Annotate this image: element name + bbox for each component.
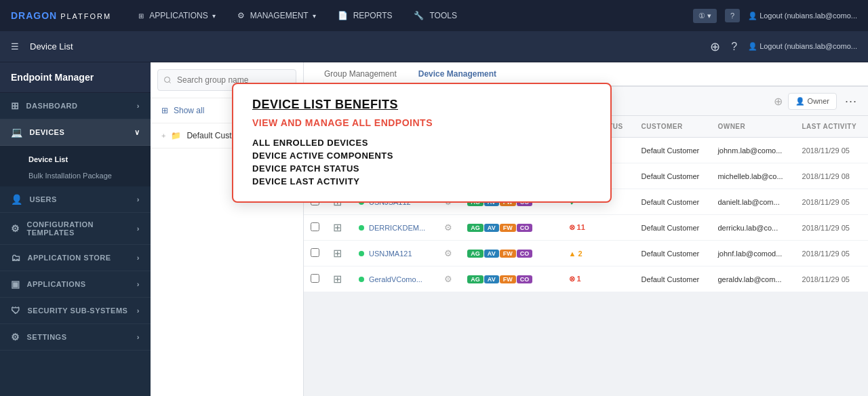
row-checkbox[interactable]: [311, 274, 319, 283]
chevron-right-icon-settings: ›: [137, 333, 140, 341]
secondary-help-icon[interactable]: ?: [731, 41, 737, 53]
status-dot: [359, 225, 364, 231]
nav-management[interactable]: ⚙ MANAGEMENT ▾: [229, 5, 324, 26]
help-icon[interactable]: ?: [725, 9, 740, 22]
add-icon[interactable]: ⊕: [710, 39, 720, 54]
menu-icon[interactable]: ☰: [11, 41, 19, 52]
nav-tools[interactable]: 🔧 TOOLS: [406, 5, 465, 26]
app-logo: DRAGON PLATFORM: [11, 10, 111, 21]
benefit-title: DEVICE LIST BENEFITS: [252, 98, 591, 112]
security-icon: 🛡: [11, 305, 21, 316]
nav-applications[interactable]: ⊞ APPLICATIONS ▾: [130, 5, 223, 26]
sidebar-item-devices[interactable]: 💻 DEVICES ∨: [0, 119, 151, 146]
benefit-list-item: DEVICE ACTIVE COMPONENTS: [252, 149, 591, 162]
badge-av: AV: [484, 275, 499, 283]
row-customer: Default Customer: [635, 215, 711, 241]
row-patch-status: ▲ 2: [562, 241, 635, 266]
sidebar-item-appstore[interactable]: 🗂 APPLICATION STORE ›: [0, 245, 151, 271]
table-row: ⊞ DERRICKDEM... ⚙ AGAVFWCO ⊗ 11 Default …: [304, 215, 868, 241]
more-button[interactable]: ···: [842, 94, 860, 108]
row-checkbox[interactable]: [311, 248, 319, 257]
row-owner: derricku.lab@co...: [711, 215, 795, 241]
show-all-icon: ⊞: [161, 106, 168, 115]
secondary-logout[interactable]: 👤 Logout (nubians.lab@como...: [748, 42, 857, 51]
row-patch-status: ⊗ 1: [562, 266, 635, 292]
sidebar-item-security[interactable]: 🛡 SECURITY SUB-SYSTEMS ›: [0, 298, 151, 324]
notification-bell[interactable]: ① ▾: [693, 9, 717, 23]
sidebar-item-settings[interactable]: ⚙ SETTINGS ›: [0, 324, 151, 351]
chevron-right-icon-config: ›: [137, 224, 140, 233]
nav-right-area: ① ▾ ? 👤 Logout (nubians.lab@como...: [693, 9, 857, 23]
sidebar: Endpoint Manager ⊞ DASHBOARD › 💻 DEVICES…: [0, 62, 151, 396]
appstore-icon: 🗂: [11, 252, 21, 263]
row-customer: Default Customer: [635, 266, 711, 292]
row-patch-status: ⊗ 11: [562, 215, 635, 241]
device-name-link[interactable]: GeraldVComo...: [369, 275, 422, 283]
benefit-list-item: DEVICE LAST ACTIVITY: [252, 175, 591, 188]
sidebar-sub-device-list[interactable]: Device List: [28, 151, 151, 167]
row-last-activity: 2018/11/29 05: [795, 189, 868, 215]
applications-icon: ▣: [11, 279, 20, 290]
row-components: AGAVFWCO: [460, 241, 561, 266]
row-customer: Default Customer: [635, 189, 711, 215]
row-last-activity: 2018/11/29 05: [795, 266, 868, 292]
os-icon: ⊞: [333, 222, 342, 233]
benefit-list: ALL ENROLLED DEVICESDEVICE ACTIVE COMPON…: [252, 136, 591, 188]
sidebar-item-applications[interactable]: ▣ APPLICATIONS ›: [0, 271, 151, 298]
link-icon: ⚙: [444, 248, 452, 258]
main-layout: Endpoint Manager ⊞ DASHBOARD › 💻 DEVICES…: [0, 62, 868, 396]
badge-fw: FW: [500, 250, 516, 258]
badge-ag: AG: [467, 224, 484, 232]
row-last-activity: 2018/11/29 08: [795, 163, 868, 189]
row-customer: Default Customer: [635, 138, 711, 163]
device-name-link[interactable]: USNJMA121: [369, 250, 412, 258]
expand-icon: +: [161, 132, 165, 140]
table-row: ⊞ GeraldVComo... ⚙ AGAVFWCO ⊗ 1 Default …: [304, 266, 868, 292]
logo-platform: PLATFORM: [60, 12, 111, 20]
badge-co: CO: [517, 224, 533, 232]
benefit-list-item: DEVICE PATCH STATUS: [252, 162, 591, 175]
patch-error-icon: ⊗ 1: [569, 275, 581, 283]
owner-filter-button[interactable]: 👤 Owner: [788, 93, 837, 110]
sidebar-header: Endpoint Manager: [0, 62, 151, 93]
row-owner: danielt.lab@com...: [711, 189, 795, 215]
filter-icon: ⊕: [774, 95, 783, 108]
row-components: AGAVFWCO: [460, 266, 561, 292]
patch-error-icon: ⊗ 11: [569, 223, 585, 231]
row-name: GeraldVComo...: [352, 266, 437, 292]
settings-icon: ⚙: [11, 332, 20, 342]
secondary-bar: ☰ Device List ⊕ ? 👤 Logout (nubians.lab@…: [0, 31, 868, 62]
row-checkbox[interactable]: [311, 222, 319, 231]
badge-co: CO: [517, 250, 533, 258]
chevron-right-icon-users: ›: [137, 195, 140, 203]
sidebar-item-users[interactable]: 👤 USERS ›: [0, 186, 151, 213]
row-customer: Default Customer: [635, 163, 711, 189]
nav-reports[interactable]: 📄 REPORTS: [330, 5, 401, 26]
table-row: ⊞ USNJMA121 ⚙ AGAVFWCO ▲ 2 Default Custo…: [304, 241, 868, 266]
benefit-subtitle: VIEW AND MANAGE ALL ENDPOINTS: [252, 117, 591, 128]
row-owner: geraldv.lab@com...: [711, 266, 795, 292]
status-dot: [359, 277, 364, 282]
link-icon: ⚙: [444, 222, 452, 233]
row-os: ⊞: [326, 215, 352, 241]
sidebar-item-config-templates[interactable]: ⚙ CONFIGURATION TEMPLATES ›: [0, 213, 151, 245]
benefit-list-item: ALL ENROLLED DEVICES: [252, 136, 591, 149]
sidebar-sub-bulk-install[interactable]: Bulk Installation Package: [28, 167, 151, 184]
benefit-card: DEVICE LIST BENEFITS VIEW AND MANAGE ALL…: [232, 83, 612, 203]
badge-co: CO: [517, 275, 533, 283]
row-name: DERRICKDEM...: [352, 215, 437, 241]
sidebar-item-dashboard[interactable]: ⊞ DASHBOARD ›: [0, 93, 151, 119]
page-title: Device List: [30, 41, 73, 52]
row-link-icon: ⚙: [437, 266, 460, 292]
chevron-right-icon-security: ›: [137, 306, 140, 315]
row-owner: johnf.lab@comod...: [711, 241, 795, 266]
sidebar-sub-devices: Device List Bulk Installation Package: [0, 146, 151, 186]
row-os: ⊞: [326, 241, 352, 266]
device-name-link[interactable]: DERRICKDEM...: [369, 224, 425, 232]
th-last-activity: LAST ACTIVITY: [795, 116, 868, 138]
os-icon: ⊞: [333, 248, 342, 259]
os-icon: ⊞: [333, 273, 342, 285]
badge-fw: FW: [500, 224, 516, 232]
badge-ag: AG: [467, 250, 484, 258]
logout-button[interactable]: 👤 Logout (nubians.lab@como...: [748, 12, 857, 20]
